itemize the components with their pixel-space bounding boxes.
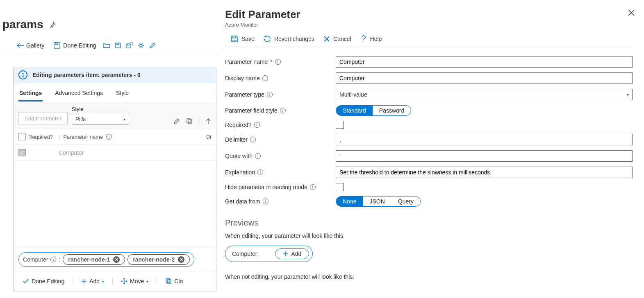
table-row[interactable]: ✓ Computer	[14, 145, 216, 161]
info-icon[interactable]: i	[254, 122, 260, 128]
svg-rect-4	[188, 120, 191, 124]
info-icon[interactable]: i	[250, 137, 256, 142]
parameter-name-input[interactable]	[336, 56, 633, 68]
tab-settings[interactable]: Settings	[18, 87, 43, 102]
svg-rect-1	[55, 43, 58, 45]
revert-button[interactable]: Revert changes	[264, 35, 314, 43]
chevron-down-icon: ▾	[146, 279, 148, 284]
panel-toolbar: Save Revert changes Cancel Help	[225, 28, 633, 47]
previews-title: Previews	[225, 218, 633, 228]
editor-header: 1 Editing parameters item: parameters - …	[14, 67, 216, 83]
get-data-query[interactable]: Query	[391, 196, 420, 206]
th-parameter-name: Parameter name	[63, 134, 103, 140]
field-style-password[interactable]: Password	[373, 106, 411, 115]
gear-icon[interactable]	[137, 42, 145, 49]
info-icon[interactable]: i	[106, 134, 112, 140]
add-parameter-button[interactable]: Add Parameter	[18, 113, 68, 124]
help-button[interactable]: Help	[360, 35, 382, 43]
style-select[interactable]: Pills ▾	[72, 114, 129, 124]
display-name-input[interactable]	[336, 72, 633, 84]
info-icon[interactable]: i	[267, 92, 273, 97]
chevron-down-icon: ▾	[102, 279, 104, 284]
revert-icon	[264, 35, 271, 43]
field-style-standard[interactable]: Standard	[336, 106, 373, 115]
step-number: 1	[18, 70, 27, 79]
row-edit-icon[interactable]	[173, 118, 180, 124]
move-button[interactable]: Move ▾	[117, 276, 152, 286]
save-as-icon[interactable]	[126, 42, 133, 49]
style-select-value: Pills	[75, 116, 86, 122]
save-button[interactable]: Save	[231, 35, 255, 43]
label-get-data: Get data from	[225, 198, 260, 205]
done-editing-label: Done Editing	[32, 278, 64, 284]
main-toolbar: Gallery Done Editing	[0, 36, 217, 55]
edit-icon[interactable]	[149, 42, 156, 49]
pill-value[interactable]: rancher-node-2 ✕	[127, 254, 190, 265]
hide-checkbox[interactable]	[336, 183, 344, 191]
move-label: Move	[130, 278, 144, 284]
help-icon	[360, 35, 367, 43]
editor-header-text: Editing parameters item: parameters - 0	[32, 72, 141, 78]
parameter-editor: 1 Editing parameters item: parameters - …	[13, 67, 216, 291]
get-data-json[interactable]: JSON	[363, 196, 391, 206]
pill-remove-icon[interactable]: ✕	[113, 256, 120, 263]
preview-pill-label: Computer:	[232, 251, 259, 257]
panel-subtitle: Azure Monitor	[225, 22, 633, 28]
info-icon[interactable]: i	[275, 59, 281, 65]
info-icon[interactable]: i	[50, 257, 56, 262]
preview-add-chip[interactable]: Add	[275, 248, 309, 259]
save-inline-icon	[53, 42, 61, 49]
select-all-checkbox[interactable]	[18, 133, 26, 140]
row-up-icon[interactable]	[205, 118, 211, 124]
explanation-input[interactable]	[336, 167, 633, 178]
tab-style[interactable]: Style	[115, 87, 130, 102]
th-required: Required?	[28, 134, 53, 140]
get-data-none[interactable]: None	[336, 196, 363, 206]
label-parameter-name: Parameter name	[225, 59, 268, 65]
svg-point-2	[140, 44, 142, 47]
editor-footer: Done Editing Add ▾ Move ▾ Clo	[14, 271, 216, 291]
delimiter-input[interactable]	[336, 134, 633, 145]
quote-input[interactable]	[336, 150, 633, 162]
required-checkbox[interactable]	[336, 121, 344, 129]
pill-container[interactable]: Computer i: rancher-node-1 ✕ rancher-nod…	[18, 252, 194, 267]
info-icon[interactable]: i	[263, 199, 269, 204]
done-editing-button[interactable]: Done Editing	[18, 276, 68, 286]
parameter-type-select[interactable]: Multi-value ▾	[336, 89, 633, 100]
close-icon[interactable]	[628, 9, 635, 16]
add-label: Add	[89, 278, 100, 284]
preview-pill-editing[interactable]: Computer: Add	[225, 246, 313, 262]
info-icon[interactable]: i	[262, 75, 268, 81]
info-icon[interactable]: i	[257, 169, 263, 175]
pill-value[interactable]: rancher-node-1 ✕	[63, 254, 125, 265]
info-icon[interactable]: i	[310, 184, 316, 190]
info-icon[interactable]: i	[255, 153, 261, 159]
pin-icon[interactable]	[49, 21, 56, 28]
row-checkbox[interactable]: ✓	[18, 149, 26, 156]
svg-rect-0	[54, 43, 60, 48]
label-required: Required?	[225, 122, 252, 128]
open-icon[interactable]	[103, 42, 110, 49]
row-copy-icon[interactable]	[186, 118, 192, 124]
label-explanation: Explanation	[225, 169, 255, 176]
cancel-button[interactable]: Cancel	[323, 35, 351, 43]
info-icon[interactable]: i	[280, 108, 286, 113]
save-icon[interactable]	[114, 42, 122, 49]
pill-text: rancher-node-2	[133, 256, 175, 263]
done-editing-button[interactable]: Done Editing	[51, 40, 98, 51]
clone-button[interactable]: Clo	[161, 276, 187, 286]
done-editing-label: Done Editing	[63, 42, 96, 49]
pills-preview-row: Computer i: rancher-node-1 ✕ rancher-nod…	[14, 248, 216, 271]
preview-add-label: Add	[291, 251, 301, 257]
panel-title: Edit Parameter	[225, 8, 633, 21]
label-display-name: Display name	[225, 75, 260, 81]
label-hide-reading: Hide parameter in reading mode	[225, 184, 307, 190]
pill-remove-icon[interactable]: ✕	[178, 256, 184, 263]
tab-advanced-settings[interactable]: Advanced Settings	[54, 87, 104, 102]
page-title: params	[2, 18, 43, 31]
table-header: Required? | Parameter name i Di	[14, 129, 216, 145]
add-button[interactable]: Add ▾	[77, 276, 108, 286]
cancel-icon	[323, 36, 330, 42]
gallery-button[interactable]: Gallery	[14, 40, 47, 51]
preview-noedit-desc: When not editing, your parameter will lo…	[225, 273, 633, 280]
